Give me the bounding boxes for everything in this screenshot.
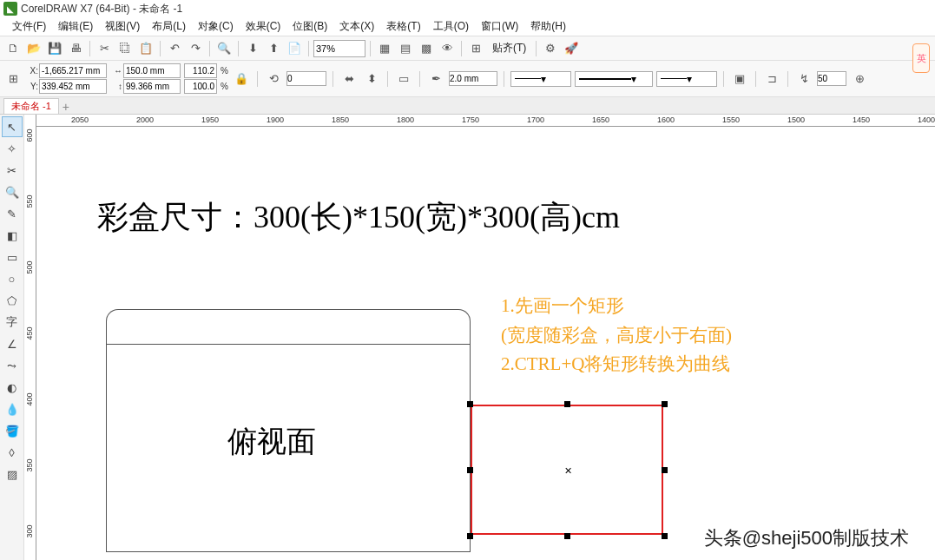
print-icon[interactable]: 🖶: [66, 39, 85, 58]
smart-fill-icon[interactable]: ◧: [2, 225, 23, 246]
app-title: CorelDRAW X7 (64-Bit) - 未命名 -1: [21, 2, 182, 16]
pick-tool-icon[interactable]: ↖: [2, 116, 23, 137]
import-icon[interactable]: ⬇: [243, 39, 262, 58]
handle-tr[interactable]: [662, 401, 668, 407]
save-icon[interactable]: 💾: [45, 39, 64, 58]
fullscreen-icon[interactable]: ▦: [375, 39, 394, 58]
grid-icon[interactable]: ▩: [417, 39, 436, 58]
doc-tabstrip: 未命名 -1 +: [0, 97, 935, 115]
fill-tool-icon[interactable]: 🪣: [2, 420, 23, 441]
end-arrow-select[interactable]: ▾: [656, 71, 717, 87]
pct-label: %: [218, 66, 228, 76]
property-bar: ⊞ X: Y: ↔ ↕ % % 🔒 ⟲ ⬌ ⬍ ▭ ✒ ▾ ▾ ▾ ▣ ⊐ ↯ …: [0, 61, 935, 97]
handle-mr[interactable]: [662, 467, 668, 473]
launch-icon[interactable]: 🚀: [562, 39, 581, 58]
effects-tool-icon[interactable]: ◐: [2, 377, 23, 398]
rotation-input[interactable]: [286, 71, 326, 86]
x-input[interactable]: [39, 63, 107, 78]
handle-tl[interactable]: [467, 401, 473, 407]
snap-icon[interactable]: ⊞: [466, 39, 485, 58]
rulers-icon[interactable]: ▤: [396, 39, 415, 58]
auto-close-icon[interactable]: ↯: [794, 69, 813, 89]
rectangle-tool-icon[interactable]: ▭: [2, 247, 23, 267]
vertical-ruler[interactable]: 600 550 500 450 400 350 300: [24, 115, 36, 560]
ellipse-tool-icon[interactable]: ○: [2, 268, 23, 289]
export-icon[interactable]: ⬆: [264, 39, 283, 58]
search-icon[interactable]: 🔍: [214, 39, 234, 58]
lock-ratio-icon[interactable]: 🔒: [232, 69, 251, 89]
h-icon: ↕: [110, 82, 122, 91]
y-input[interactable]: [39, 79, 107, 94]
wrap-icon[interactable]: ▣: [730, 69, 749, 89]
menu-view[interactable]: 视图(V): [100, 17, 145, 36]
pct-label2: %: [218, 82, 228, 91]
w-icon: ↔: [110, 66, 122, 76]
handle-tm[interactable]: [564, 401, 570, 407]
horizontal-ruler[interactable]: 2050 2000 1950 1900 1850 1800 1750 1700 …: [36, 115, 935, 127]
menu-object[interactable]: 对象(C): [193, 17, 239, 36]
w-input[interactable]: [123, 63, 181, 78]
copy-icon[interactable]: ⿻: [115, 39, 135, 58]
transparency-tool-icon[interactable]: ▨: [2, 464, 23, 484]
handle-bm[interactable]: [564, 533, 570, 539]
line-style-select[interactable]: ▾: [575, 71, 653, 87]
handle-br[interactable]: [662, 533, 668, 539]
handle-ml[interactable]: [467, 467, 473, 473]
x-label: X:: [26, 66, 38, 76]
watermark-text: 头条@sheji500制版技术: [704, 525, 909, 551]
spinner-icon[interactable]: ⊕: [850, 69, 869, 89]
new-tab-icon[interactable]: +: [59, 100, 73, 114]
sx-input[interactable]: [184, 63, 217, 78]
menu-effects[interactable]: 效果(C): [240, 17, 286, 36]
sy-input[interactable]: [184, 79, 217, 94]
menu-help[interactable]: 帮助(H): [525, 17, 571, 36]
menu-tools[interactable]: 工具(O): [428, 17, 474, 36]
order-icon[interactable]: ▭: [394, 69, 413, 89]
polygon-tool-icon[interactable]: ⬠: [2, 290, 23, 311]
heading-text: 彩盒尺寸：300(长)*150(宽)*300(高)cm: [97, 196, 620, 239]
position-icon: ⊞: [3, 69, 23, 89]
handle-bl[interactable]: [467, 533, 473, 539]
options-icon[interactable]: ⚙: [541, 39, 560, 58]
menu-table[interactable]: 表格(T): [381, 17, 425, 36]
mirror-h-icon[interactable]: ⬌: [339, 69, 359, 89]
zoom-tool-icon[interactable]: 🔍: [2, 181, 23, 202]
publish-icon[interactable]: 📄: [285, 39, 304, 58]
menu-window[interactable]: 窗口(W): [476, 17, 523, 36]
toolbox: ↖ ✧ ✂ 🔍 ✎ ◧ ▭ ○ ⬠ 字 ∠ ⤳ ◐ 💧 🪣 ◊ ▨: [0, 115, 24, 560]
canvas[interactable]: 彩盒尺寸：300(长)*150(宽)*300(高)cm 俯视面 1.先画一个矩形…: [36, 127, 935, 560]
connector-tool-icon[interactable]: ⤳: [2, 355, 23, 376]
guides-icon[interactable]: 👁: [438, 39, 457, 58]
open-icon[interactable]: 📂: [24, 39, 43, 58]
new-icon[interactable]: 🗋: [3, 39, 23, 58]
close-curve-icon[interactable]: ⊐: [762, 69, 781, 89]
zoom-select[interactable]: [313, 40, 365, 57]
menu-bitmap[interactable]: 位图(B): [287, 17, 333, 36]
paste-icon[interactable]: 📋: [136, 39, 155, 58]
center-marker[interactable]: ✕: [564, 465, 572, 477]
text-tool-icon[interactable]: 字: [2, 312, 23, 333]
redo-icon[interactable]: ↷: [186, 39, 205, 58]
cut-icon[interactable]: ✂: [95, 39, 114, 58]
menu-edit[interactable]: 编辑(E): [53, 17, 98, 36]
rotate-icon: ⟲: [264, 69, 283, 89]
h-input[interactable]: [123, 79, 181, 94]
menu-file[interactable]: 文件(F): [7, 17, 51, 36]
crop-tool-icon[interactable]: ✂: [2, 160, 23, 181]
shape-tool-icon[interactable]: ✧: [2, 138, 23, 159]
eyedropper-tool-icon[interactable]: 💧: [2, 399, 23, 419]
mirror-v-icon[interactable]: ⬍: [362, 69, 381, 89]
snap-dropdown[interactable]: 贴齐(T): [487, 39, 531, 57]
menu-layout[interactable]: 布局(L): [147, 17, 191, 36]
dimension-tool-icon[interactable]: ∠: [2, 333, 23, 354]
freehand-tool-icon[interactable]: ✎: [2, 203, 23, 224]
outline-width-input[interactable]: [449, 71, 497, 86]
segments-input[interactable]: [817, 71, 846, 86]
start-arrow-select[interactable]: ▾: [510, 71, 571, 87]
doc-tab[interactable]: 未命名 -1: [3, 98, 59, 114]
outline-tool-icon[interactable]: ◊: [2, 442, 23, 463]
undo-icon[interactable]: ↶: [165, 39, 184, 58]
ime-indicator[interactable]: 英: [912, 43, 930, 73]
menu-text[interactable]: 文本(X): [334, 17, 379, 36]
titlebar: ◣ CorelDRAW X7 (64-Bit) - 未命名 -1: [0, 0, 935, 17]
